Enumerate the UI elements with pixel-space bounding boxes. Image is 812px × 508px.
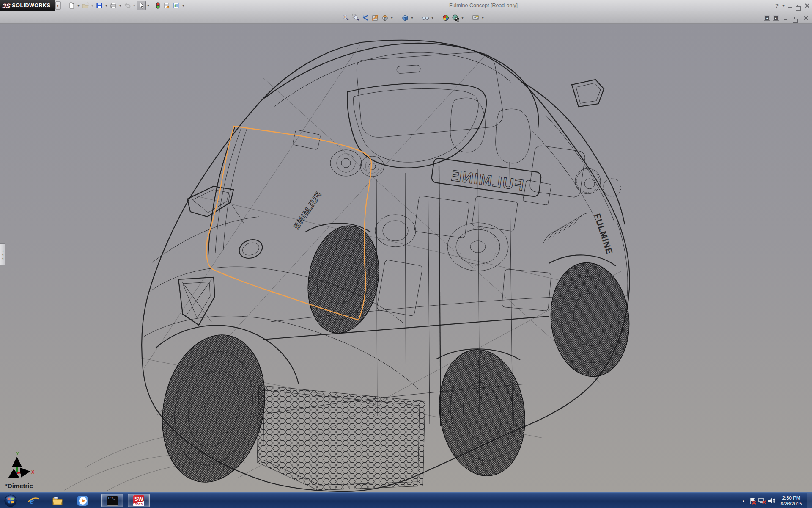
headlight-left-icon: [330, 150, 362, 176]
wheel-rear-right: [545, 259, 634, 381]
select-dropdown-arrow[interactable]: ▾: [146, 1, 151, 10]
internet-explorer-icon: e: [27, 495, 39, 507]
print-button[interactable]: [109, 1, 118, 10]
display-style-icon[interactable]: [400, 13, 410, 23]
taskbar-command-prompt[interactable]: C:\_: [102, 494, 123, 507]
open-document-button[interactable]: [81, 1, 90, 10]
app-restore-button[interactable]: [794, 1, 803, 10]
display-style-dropdown-arrow[interactable]: ▾: [410, 13, 414, 22]
help-button[interactable]: ?: [773, 1, 781, 10]
windows-orb-icon: [4, 494, 17, 507]
solidworks-2015-icon: S W 2015: [133, 495, 144, 506]
taskbar-solidworks-2015[interactable]: S W 2015: [128, 494, 150, 507]
solidworks-logo: 3S SOLIDWORKS: [0, 0, 55, 11]
document-toolbar-row: ▾ ▾ ▾ ▾ ▾ ◂ ▸: [0, 11, 812, 24]
hide-show-dropdown-arrow[interactable]: ▾: [430, 13, 435, 22]
orientation-triad: Y X: [3, 451, 37, 480]
rebuild-button[interactable]: [153, 1, 162, 10]
fulmine-badge-rear: FULMINE: [593, 212, 615, 256]
fulmine-badge-side: FULMINE: [291, 190, 323, 232]
save-button[interactable]: [95, 1, 104, 10]
help-dropdown-arrow[interactable]: ▾: [781, 1, 786, 10]
media-player-icon: [77, 495, 88, 507]
zoom-to-fit-icon[interactable]: [341, 13, 351, 23]
wheel-front-right: [431, 344, 533, 482]
brake-disc-detail: [447, 223, 508, 271]
cooling-fins: [543, 213, 587, 243]
standard-toolbar: ▾ ▾ ▾ ▾ ▾ ▾ ▾: [67, 0, 186, 11]
taskbar-internet-explorer[interactable]: e: [25, 494, 42, 507]
show-desktop-button[interactable]: [807, 493, 812, 508]
hide-show-items-icon[interactable]: [420, 13, 430, 23]
taskbar-clock[interactable]: 2:30 PM 6/26/2015: [776, 495, 807, 507]
feature-tree-flyout-tab[interactable]: ◂◂◂: [0, 243, 5, 265]
view-orientation-icon[interactable]: [380, 13, 390, 23]
graphics-area[interactable]: FULMINE FULMINE FULMINE ◂◂◂ Y X *Dimetri…: [0, 24, 812, 492]
undo-dropdown-arrow[interactable]: ▾: [132, 1, 137, 10]
doc-close-button[interactable]: [802, 14, 809, 22]
system-tray: ▴ 2:30 PM 6/26/2015: [739, 493, 812, 508]
windows-taskbar: e C:\_ S W 2015 ▴: [0, 492, 812, 508]
options-button[interactable]: [172, 1, 181, 10]
dassault-3s-logo-icon: 3S: [2, 2, 11, 9]
tray-expand-arrow[interactable]: ▴: [739, 493, 748, 508]
open-dropdown-arrow[interactable]: ▾: [90, 1, 95, 10]
section-view-icon[interactable]: [370, 13, 380, 23]
collapse-pane-left-button[interactable]: ◂: [764, 15, 770, 21]
menu-flyout-arrow[interactable]: ▸: [55, 1, 61, 10]
triad-x-label: X: [31, 469, 35, 475]
headlight-right-icon: [360, 156, 384, 177]
action-center-icon[interactable]: [748, 493, 757, 508]
select-tool-button[interactable]: [137, 1, 146, 10]
app-window-controls: ? ▾: [773, 0, 811, 11]
triad-y-label: Y: [16, 451, 19, 456]
volume-icon[interactable]: [767, 493, 776, 508]
view-orientation-label: *Dimetric: [5, 482, 33, 489]
expand-pane-right-button[interactable]: ▸: [773, 15, 779, 21]
apply-scene-icon[interactable]: [450, 13, 460, 23]
options-dropdown-arrow[interactable]: ▾: [181, 1, 186, 10]
view-settings-icon[interactable]: [471, 13, 480, 23]
solidworks-wordmark: SOLIDWORKS: [12, 3, 50, 8]
side-mirror-right: [572, 80, 604, 107]
heads-up-view-toolbar: ▾ ▾ ▾ ▾ ▾: [341, 13, 485, 23]
app-minimize-button[interactable]: [786, 1, 794, 10]
app-close-button[interactable]: [803, 1, 811, 10]
previous-view-icon[interactable]: [360, 13, 370, 23]
file-properties-button[interactable]: [162, 1, 172, 10]
edit-appearance-icon[interactable]: [441, 13, 450, 23]
car-wireframe-model[interactable]: FULMINE FULMINE FULMINE: [0, 24, 812, 492]
window-title: Fulmine Concept [Read-only]: [449, 0, 518, 11]
view-orientation-dropdown-arrow[interactable]: ▾: [390, 13, 394, 22]
print-dropdown-arrow[interactable]: ▾: [118, 1, 123, 10]
taskbar-file-explorer[interactable]: [49, 494, 67, 507]
apply-scene-dropdown-arrow[interactable]: ▾: [460, 13, 465, 22]
undo-button[interactable]: [123, 1, 132, 10]
file-explorer-icon: [52, 495, 64, 507]
clock-date: 6/26/2015: [776, 501, 807, 507]
new-document-button[interactable]: [67, 1, 76, 10]
doc-restore-button[interactable]: [792, 14, 799, 22]
doc-minimize-button[interactable]: [782, 14, 789, 22]
view-settings-dropdown-arrow[interactable]: ▾: [480, 13, 485, 22]
save-dropdown-arrow[interactable]: ▾: [104, 1, 109, 10]
title-bar: 3S SOLIDWORKS ▸ ▾ ▾ ▾ ▾ ▾ ▾: [0, 0, 812, 11]
wheel-rear-left: [300, 220, 387, 339]
zoom-to-area-icon[interactable]: [351, 13, 360, 23]
clock-time: 2:30 PM: [776, 495, 807, 501]
new-dropdown-arrow[interactable]: ▾: [76, 1, 81, 10]
network-status-icon[interactable]: [757, 493, 767, 508]
start-button[interactable]: [3, 494, 19, 507]
command-prompt-icon: C:\_: [107, 496, 118, 506]
taskbar-media-player[interactable]: [74, 494, 91, 507]
document-window-controls: ◂ ▸: [764, 13, 809, 23]
